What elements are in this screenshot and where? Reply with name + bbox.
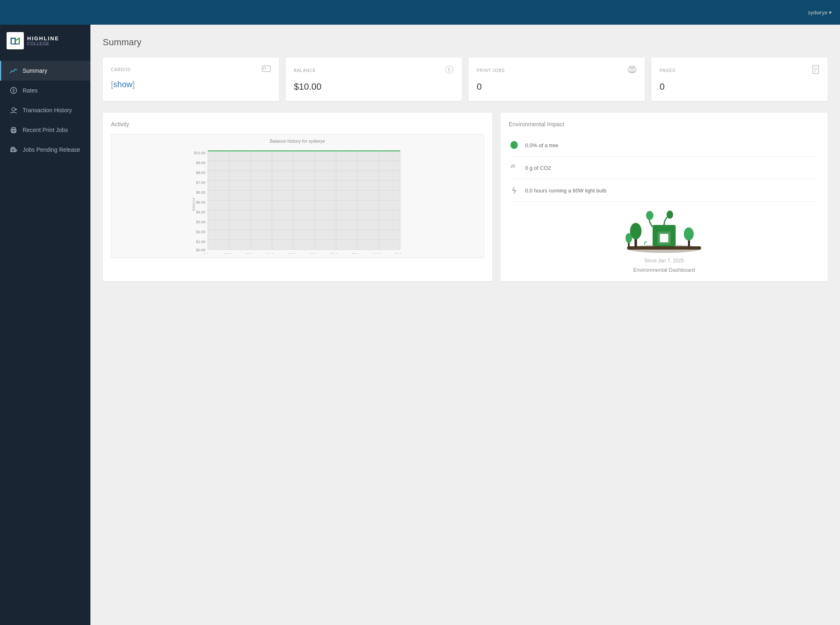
environmental-title: Environmental Impact — [509, 121, 819, 127]
stat-card-card-id: CARD/ID [show] — [103, 58, 279, 101]
sidebar-item-summary-label: Summary — [23, 67, 47, 74]
svg-rect-12 — [12, 150, 14, 152]
svg-text:$4.00: $4.00 — [196, 210, 205, 214]
stat-value-balance: $10.00 — [294, 81, 454, 92]
stat-card-balance: BALANCE $ $10.00 — [286, 58, 462, 101]
svg-text:12 Jan: 12 Jan — [245, 252, 256, 254]
svg-rect-21 — [630, 70, 634, 73]
env-tree-text: 0.0% of a tree — [525, 142, 558, 148]
page-title: Summary — [103, 37, 828, 48]
activity-panel: Activity Balance history for sydwrye $10… — [103, 113, 492, 281]
svg-text:$2.00: $2.00 — [196, 230, 205, 234]
sidebar: HIGHLINE COLLEGE Summary $ — [0, 25, 90, 625]
env-lightbulb-text: 0.0 hours running a 60W light bulb — [525, 188, 607, 194]
balance-icon: $ — [445, 65, 454, 76]
stat-label-print-jobs: PRINT JOBS — [477, 65, 637, 76]
env-item-co2: 0 g of CO2 — [509, 157, 819, 179]
svg-point-83 — [646, 211, 653, 220]
sidebar-item-rates[interactable]: $ Rates — [0, 81, 90, 100]
svg-text:$0.00: $0.00 — [196, 248, 205, 252]
sidebar-nav: Summary $ Rates — [0, 61, 90, 160]
logo-text-bottom: COLLEGE — [27, 42, 59, 46]
svg-text:Balance: Balance — [192, 198, 196, 211]
stat-label-balance: BALANCE $ — [294, 65, 454, 76]
sidebar-logo: HIGHLINE COLLEGE — [0, 25, 90, 57]
stat-value-card-id[interactable]: [show] — [111, 80, 271, 89]
svg-text:$10.00: $10.00 — [194, 151, 205, 155]
svg-text:22 Jan: 22 Jan — [352, 252, 363, 254]
svg-text:$5.00: $5.00 — [196, 200, 205, 204]
sidebar-item-jobs-pending-release-label: Jobs Pending Release — [23, 146, 80, 153]
svg-point-78 — [625, 233, 632, 243]
sidebar-item-summary[interactable]: Summary — [0, 61, 90, 81]
stats-row: CARD/ID [show] BALANCE — [103, 58, 828, 101]
svg-point-84 — [667, 211, 673, 219]
lightning-icon — [509, 185, 519, 196]
logo-text-top: HIGHLINE — [27, 35, 59, 42]
chart-svg: $10.00 $9.00 $8.00 $7.00 $6.00 $5.00 $4.… — [115, 147, 480, 254]
sidebar-item-recent-print-jobs[interactable]: Recent Print Jobs — [0, 120, 90, 140]
co2-icon — [509, 162, 519, 173]
logo-icon — [7, 32, 24, 49]
transaction-history-icon — [9, 106, 18, 114]
stat-card-print-jobs: PRINT JOBS 0 — [468, 58, 645, 101]
print-release-icon — [9, 146, 18, 154]
svg-text:$1.00: $1.00 — [196, 240, 205, 244]
svg-text:26 Jan: 26 Jan — [395, 252, 406, 254]
svg-rect-11 — [12, 147, 14, 149]
svg-text:10 Jan: 10 Jan — [224, 252, 235, 254]
stat-value-pages: 0 — [660, 81, 819, 92]
env-dashboard-label: Environmental Dashboard — [633, 267, 695, 273]
svg-text:$7.00: $7.00 — [196, 181, 205, 185]
svg-rect-82 — [660, 234, 668, 242]
svg-text:16 Jan: 16 Jan — [288, 252, 299, 254]
stat-label-pages: PAGES — [660, 65, 819, 76]
dollar-circle-icon: $ — [9, 86, 18, 95]
env-co2-text: 0 g of CO2 — [525, 165, 551, 171]
user-menu[interactable]: sydwrye ▾ — [808, 9, 832, 16]
svg-line-14 — [16, 150, 17, 152]
svg-text:8 Jan: 8 Jan — [203, 252, 212, 254]
stat-value-print-jobs: 0 — [477, 81, 637, 92]
pages-icon — [812, 65, 819, 76]
sidebar-item-jobs-pending-release[interactable]: Jobs Pending Release — [0, 140, 90, 160]
sidebar-item-rates-label: Rates — [23, 87, 38, 94]
svg-text:$: $ — [12, 88, 15, 93]
sidebar-item-recent-print-jobs-label: Recent Print Jobs — [23, 127, 68, 133]
svg-text:20 Jan: 20 Jan — [330, 252, 342, 254]
sidebar-item-transaction-history[interactable]: Transaction History — [0, 100, 90, 120]
svg-text:$6.00: $6.00 — [196, 190, 205, 194]
stat-label-card-id: CARD/ID — [111, 65, 271, 74]
svg-point-86 — [684, 227, 694, 241]
svg-text:$: $ — [448, 67, 450, 72]
env-illustration: Since Jan 7, 2025 Environmental Dashboar… — [509, 208, 819, 273]
leaf-icon — [509, 140, 519, 150]
user-label: sydwrye ▾ — [808, 9, 832, 16]
card-id-icon — [262, 65, 271, 74]
svg-text:18 Jan: 18 Jan — [309, 252, 320, 254]
topbar: sydwrye ▾ — [0, 0, 840, 25]
svg-text:$8.00: $8.00 — [196, 171, 205, 175]
env-item-tree: 0.0% of a tree — [509, 134, 819, 157]
since-label: Since Jan 7, 2025 — [644, 258, 684, 264]
svg-point-4 — [12, 108, 15, 111]
environmental-panel: Environmental Impact 0.0% of a tree — [501, 113, 828, 281]
content-area: Summary CARD/ID [show] BALANCE — [90, 25, 840, 625]
svg-rect-74 — [627, 246, 701, 250]
svg-rect-8 — [12, 127, 15, 130]
chart-container: Balance history for sydwrye $10.00 $9.00… — [111, 134, 484, 258]
svg-marker-72 — [512, 186, 517, 194]
svg-rect-20 — [630, 66, 634, 68]
printer-icon — [9, 126, 18, 134]
stat-card-pages: PAGES 0 — [651, 58, 828, 101]
sidebar-item-transaction-history-label: Transaction History — [23, 107, 72, 113]
svg-rect-16 — [263, 67, 266, 69]
activity-title: Activity — [111, 121, 484, 127]
svg-text:24 Jan: 24 Jan — [373, 252, 384, 254]
svg-text:14 Jan: 14 Jan — [266, 252, 277, 254]
svg-text:$9.00: $9.00 — [196, 161, 205, 165]
svg-text:$3.00: $3.00 — [196, 220, 205, 224]
print-jobs-icon — [628, 65, 637, 76]
main-layout: HIGHLINE COLLEGE Summary $ — [0, 25, 840, 625]
chart-title: Balance history for sydwrye — [115, 139, 480, 144]
